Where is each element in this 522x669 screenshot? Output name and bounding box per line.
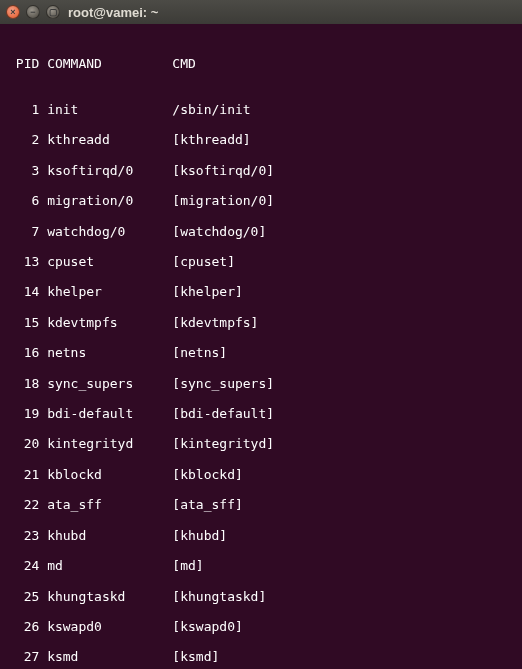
process-row: 13 cpuset[cpuset] xyxy=(8,254,518,269)
header-command: COMMAND xyxy=(47,56,172,71)
process-pid: 7 xyxy=(8,224,39,239)
process-row: 16 netns[netns] xyxy=(8,345,518,360)
process-row: 20 kintegrityd[kintegrityd] xyxy=(8,436,518,451)
process-command: khubd xyxy=(47,528,172,543)
process-pid: 3 xyxy=(8,163,39,178)
process-command: kblockd xyxy=(47,467,172,482)
header-cmd: CMD xyxy=(172,56,195,71)
process-command: ksmd xyxy=(47,649,172,664)
terminal-window: × − ▢ root@vamei: ~ PID COMMANDCMD 1 ini… xyxy=(0,0,522,669)
process-row: 6 migration/0[migration/0] xyxy=(8,193,518,208)
window-title: root@vamei: ~ xyxy=(68,5,158,20)
process-pid: 24 xyxy=(8,558,39,573)
process-command: ksoftirqd/0 xyxy=(47,163,172,178)
process-cmd: [migration/0] xyxy=(172,193,274,208)
process-command: cpuset xyxy=(47,254,172,269)
process-cmd: [khungtaskd] xyxy=(172,589,266,604)
process-list: 1 init/sbin/init 2 kthreadd[kthreadd] 3 … xyxy=(8,102,518,669)
process-row: 27 ksmd[ksmd] xyxy=(8,649,518,664)
process-cmd: [ata_sff] xyxy=(172,497,242,512)
process-row: 25 khungtaskd[khungtaskd] xyxy=(8,589,518,604)
process-command: md xyxy=(47,558,172,573)
process-row: 18 sync_supers[sync_supers] xyxy=(8,376,518,391)
close-icon[interactable]: × xyxy=(6,5,20,19)
process-cmd: [kdevtmpfs] xyxy=(172,315,258,330)
header-pid: PID xyxy=(8,56,39,71)
process-pid: 14 xyxy=(8,284,39,299)
process-command: ata_sff xyxy=(47,497,172,512)
process-cmd: [khubd] xyxy=(172,528,227,543)
process-row: 19 bdi-default[bdi-default] xyxy=(8,406,518,421)
process-cmd: [netns] xyxy=(172,345,227,360)
process-command: migration/0 xyxy=(47,193,172,208)
process-row: 15 kdevtmpfs[kdevtmpfs] xyxy=(8,315,518,330)
process-cmd: [kblockd] xyxy=(172,467,242,482)
process-cmd: [md] xyxy=(172,558,203,573)
process-command: khelper xyxy=(47,284,172,299)
maximize-icon[interactable]: ▢ xyxy=(46,5,60,19)
process-command: bdi-default xyxy=(47,406,172,421)
process-cmd: [watchdog/0] xyxy=(172,224,266,239)
process-command: sync_supers xyxy=(47,376,172,391)
process-cmd: [cpuset] xyxy=(172,254,235,269)
process-pid: 25 xyxy=(8,589,39,604)
process-row: 1 init/sbin/init xyxy=(8,102,518,117)
process-row: 2 kthreadd[kthreadd] xyxy=(8,132,518,147)
process-cmd: [kthreadd] xyxy=(172,132,250,147)
process-pid: 6 xyxy=(8,193,39,208)
process-command: khungtaskd xyxy=(47,589,172,604)
process-command: init xyxy=(47,102,172,117)
process-pid: 2 xyxy=(8,132,39,147)
window-controls: × − ▢ xyxy=(6,5,60,19)
process-row: 21 kblockd[kblockd] xyxy=(8,467,518,482)
process-cmd: /sbin/init xyxy=(172,102,250,117)
process-cmd: [khelper] xyxy=(172,284,242,299)
process-pid: 22 xyxy=(8,497,39,512)
process-command: kswapd0 xyxy=(47,619,172,634)
process-list-header: PID COMMANDCMD xyxy=(8,56,518,71)
minimize-icon[interactable]: − xyxy=(26,5,40,19)
process-command: netns xyxy=(47,345,172,360)
process-command: watchdog/0 xyxy=(47,224,172,239)
process-pid: 19 xyxy=(8,406,39,421)
process-pid: 23 xyxy=(8,528,39,543)
process-command: kdevtmpfs xyxy=(47,315,172,330)
titlebar[interactable]: × − ▢ root@vamei: ~ xyxy=(0,0,522,24)
process-row: 3 ksoftirqd/0[ksoftirqd/0] xyxy=(8,163,518,178)
process-pid: 16 xyxy=(8,345,39,360)
process-pid: 13 xyxy=(8,254,39,269)
process-cmd: [sync_supers] xyxy=(172,376,274,391)
process-cmd: [kintegrityd] xyxy=(172,436,274,451)
process-row: 26 kswapd0[kswapd0] xyxy=(8,619,518,634)
process-cmd: [bdi-default] xyxy=(172,406,274,421)
process-row: 7 watchdog/0[watchdog/0] xyxy=(8,224,518,239)
process-pid: 18 xyxy=(8,376,39,391)
terminal-body[interactable]: PID COMMANDCMD 1 init/sbin/init 2 kthrea… xyxy=(0,24,522,669)
process-pid: 21 xyxy=(8,467,39,482)
process-pid: 20 xyxy=(8,436,39,451)
process-row: 14 khelper[khelper] xyxy=(8,284,518,299)
process-command: kthreadd xyxy=(47,132,172,147)
process-row: 24 md[md] xyxy=(8,558,518,573)
process-cmd: [kswapd0] xyxy=(172,619,242,634)
process-pid: 15 xyxy=(8,315,39,330)
process-command: kintegrityd xyxy=(47,436,172,451)
process-cmd: [ksmd] xyxy=(172,649,219,664)
process-row: 22 ata_sff[ata_sff] xyxy=(8,497,518,512)
process-cmd: [ksoftirqd/0] xyxy=(172,163,274,178)
process-row: 23 khubd[khubd] xyxy=(8,528,518,543)
process-pid: 1 xyxy=(8,102,39,117)
process-pid: 27 xyxy=(8,649,39,664)
process-pid: 26 xyxy=(8,619,39,634)
